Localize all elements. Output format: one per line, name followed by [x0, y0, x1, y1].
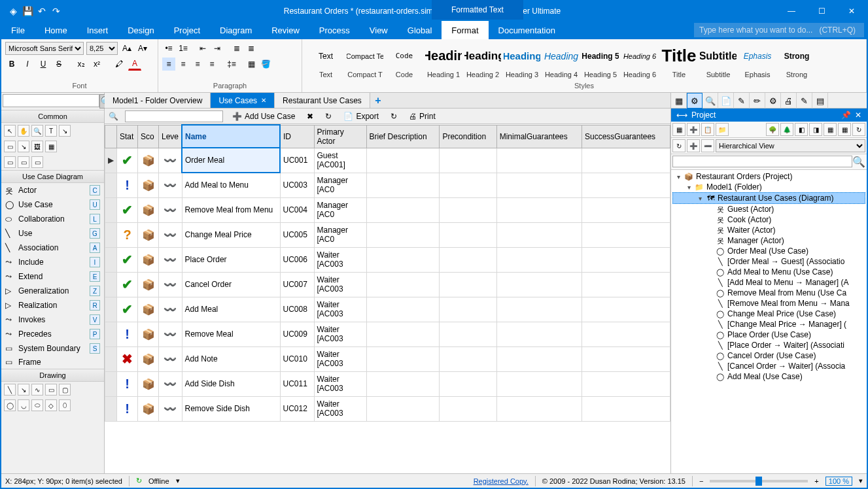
zoom-out-icon[interactable]: − [699, 477, 703, 485]
pin-icon[interactable]: 📌 [841, 110, 851, 120]
col-sco[interactable]: Sco [138, 125, 159, 148]
tool-invokes[interactable]: ⤳InvokesV [1, 312, 104, 327]
precond-cell[interactable] [440, 322, 496, 346]
precond-cell[interactable] [440, 346, 496, 371]
menu-file[interactable]: File [1, 21, 35, 39]
minguar-cell[interactable] [496, 222, 582, 247]
close-button[interactable]: ✕ [837, 1, 867, 21]
level-icon[interactable]: 〰️ [159, 346, 182, 371]
col-name[interactable]: Name [182, 125, 280, 148]
menu-design[interactable]: Design [118, 21, 164, 39]
rtb-10-icon[interactable]: ▤ [812, 93, 828, 109]
context-tab[interactable]: Formatted Text [432, 0, 523, 20]
level-icon[interactable]: 〰️ [159, 297, 182, 322]
ucd-header[interactable]: Use Case Diagram [1, 170, 104, 183]
font-color-button[interactable]: A [128, 58, 141, 71]
level-icon[interactable]: 〰️ [159, 197, 182, 222]
align-left-button[interactable]: ≡ [162, 58, 175, 71]
status-icon[interactable]: ! [117, 173, 138, 197]
tool-actor[interactable]: 옷ActorC [1, 183, 104, 197]
align-right-button[interactable]: ≡ [191, 58, 204, 71]
minimize-button[interactable]: — [776, 1, 807, 21]
tree-node[interactable]: ╲[Change Meal Price → Manager] ( [672, 319, 865, 329]
scope-icon[interactable]: 📦 [138, 272, 159, 297]
cylinder-tool-icon[interactable]: ⬯ [59, 399, 71, 411]
tree-node[interactable]: ◯Add Meal (Use Case) [672, 371, 865, 382]
delete-button[interactable]: ✖ [304, 112, 316, 121]
row-handle[interactable] [105, 322, 117, 346]
menu-global[interactable]: Global [398, 21, 442, 39]
status-icon[interactable]: ✔ [117, 297, 138, 322]
layer-tool-icon[interactable]: ▭ [18, 156, 29, 168]
tree-node[interactable]: 옷Waiter (Actor) [672, 225, 865, 235]
underline-button[interactable]: U [37, 58, 50, 71]
text-tool-icon[interactable]: T [45, 125, 57, 137]
drawing-header[interactable]: Drawing [1, 369, 104, 382]
rtb-7-icon[interactable]: ⚙ [765, 93, 781, 109]
indent-inc-button[interactable]: ⇥ [211, 42, 224, 55]
tool-extend[interactable]: ⤳ExtendE [1, 269, 104, 284]
tool-association[interactable]: ╲AssociationA [1, 241, 104, 255]
name-cell[interactable]: Remove Meal from Menu [182, 197, 280, 222]
bold-button[interactable]: B [5, 58, 18, 71]
scope-icon[interactable]: 📦 [138, 322, 159, 346]
brief-cell[interactable] [366, 371, 440, 396]
ptb-folder-icon[interactable]: 📁 [716, 123, 729, 136]
table-row[interactable]: ✖📦〰️Add NoteUC010Waiter [AC003 [105, 346, 670, 371]
justify-button[interactable]: ≡ [205, 58, 218, 71]
name-cell[interactable]: Add Note [182, 346, 280, 371]
tree-node[interactable]: ◯Remove Meal from Menu (Use Ca [672, 288, 865, 298]
name-cell[interactable]: Order Meal [182, 148, 280, 173]
id-cell[interactable]: UC011 [280, 371, 314, 396]
col-primary-actor[interactable]: Primary Actor [314, 125, 366, 148]
brief-cell[interactable] [366, 148, 440, 173]
tool-frame[interactable]: ▭Frame [1, 356, 104, 369]
pointer-tool-icon[interactable]: ↖ [4, 125, 16, 137]
ptb-e-icon[interactable]: ▦ [824, 123, 837, 136]
col-precondition[interactable]: Precondition [440, 125, 496, 148]
brief-cell[interactable] [366, 346, 440, 371]
precond-cell[interactable] [440, 222, 496, 247]
succguar-cell[interactable] [582, 173, 670, 197]
scope-icon[interactable]: 📦 [138, 297, 159, 322]
ptb-add-icon[interactable]: ➕ [687, 123, 700, 136]
style-ephasis[interactable]: EphasisEphasis [738, 43, 777, 80]
style-subtitle[interactable]: SubtitleSubtitle [699, 43, 738, 80]
rtb-8-icon[interactable]: 🖨 [781, 93, 797, 109]
zoom-slider[interactable] [710, 480, 808, 482]
shrink-font-icon[interactable]: A▾ [136, 42, 149, 55]
level-icon[interactable]: 〰️ [159, 396, 182, 421]
level-icon[interactable]: 〰️ [159, 222, 182, 247]
ptb2-del-icon[interactable]: ➖ [701, 139, 714, 152]
bullets-button[interactable]: •≡ [162, 42, 175, 55]
frame-tool-icon[interactable]: ▭ [31, 156, 43, 168]
hand-tool-icon[interactable]: ✋ [18, 125, 29, 137]
superscript-button[interactable]: x² [90, 58, 103, 71]
actor-cell[interactable]: Manager [AC0 [314, 197, 366, 222]
menu-process[interactable]: Process [309, 21, 360, 39]
common-header[interactable]: Common [1, 110, 104, 123]
tool-generalization[interactable]: ▷GeneralizationZ [1, 284, 104, 298]
tool-include[interactable]: ⤳IncludeI [1, 255, 104, 269]
precond-cell[interactable] [440, 272, 496, 297]
precond-cell[interactable] [440, 371, 496, 396]
filter-input[interactable] [125, 110, 223, 122]
row-handle[interactable] [105, 371, 117, 396]
col-successguarantees[interactable]: SuccessGuarantees [582, 125, 670, 148]
save-icon[interactable]: 💾 [22, 6, 33, 16]
pill-tool-icon[interactable]: ⬭ [31, 399, 43, 411]
ptb-copy-icon[interactable]: 📋 [701, 123, 714, 136]
status-icon[interactable]: ✔ [117, 197, 138, 222]
zoom-dropdown-icon[interactable]: ▾ [859, 477, 863, 485]
rtb-3-icon[interactable]: 🔍 [703, 93, 718, 109]
status-icon[interactable]: ✔ [117, 148, 138, 173]
menu-documentation[interactable]: Documentation [489, 21, 565, 39]
style-heading-1[interactable]: HeadinHeading 1 [424, 43, 463, 80]
expand-icon[interactable]: ▾ [675, 173, 682, 180]
succguar-cell[interactable] [582, 396, 670, 421]
tree-node[interactable]: ◯Cancel Order (Use Case) [672, 350, 865, 361]
maximize-button[interactable]: ☐ [807, 1, 837, 21]
id-cell[interactable]: UC008 [280, 297, 314, 322]
ellipse-tool-icon[interactable]: ◯ [4, 399, 16, 411]
precond-cell[interactable] [440, 173, 496, 197]
